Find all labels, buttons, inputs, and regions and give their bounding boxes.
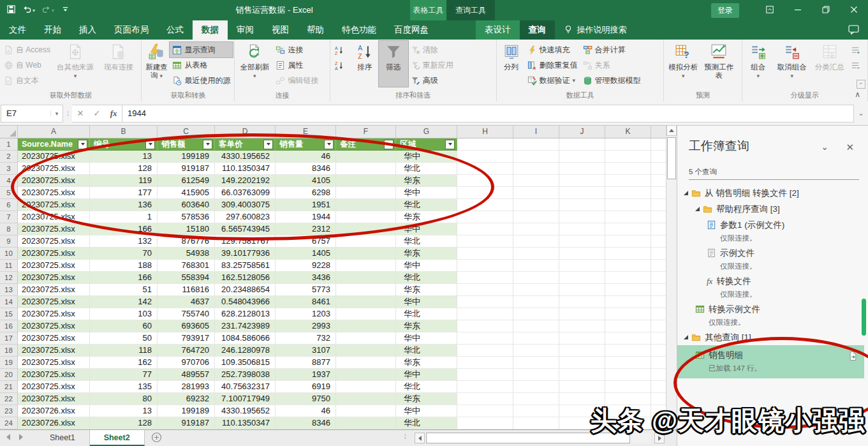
edit-links-button[interactable]: 编辑链接 [273, 73, 321, 88]
table-header-cell[interactable]: 编号 [90, 138, 158, 151]
cell[interactable] [336, 187, 396, 199]
panel-close-icon[interactable]: ✕ [846, 142, 854, 153]
table-header-cell[interactable]: 客单价 [215, 138, 276, 151]
cell[interactable]: 119 [90, 175, 158, 187]
row-number[interactable]: 7 [0, 211, 18, 223]
cell[interactable] [336, 199, 396, 211]
from-text-button[interactable]: 自文本 [1, 73, 53, 88]
cell[interactable]: 83.25758561 [215, 260, 276, 272]
sort-button[interactable]: AZ排序 [351, 41, 379, 87]
cell[interactable]: 20230725.xlsx [18, 272, 90, 284]
cell[interactable] [457, 235, 513, 248]
cell[interactable]: 142 [90, 296, 158, 308]
cell[interactable]: 162.5128056 [215, 272, 276, 284]
cell[interactable]: 20230725.xlsx [18, 187, 90, 199]
from-access-button[interactable]: A自 Access [1, 42, 53, 57]
tab-query[interactable]: 查询 [520, 20, 555, 40]
reapply-filter-button[interactable]: 重新应用 [408, 57, 456, 73]
query-item[interactable]: fx转换文件仅限连接。 [677, 273, 868, 301]
ribbon-tab[interactable]: 特色功能 [333, 20, 385, 40]
cell[interactable] [336, 369, 396, 381]
cell[interactable] [457, 199, 513, 211]
cell[interactable]: 116816 [158, 284, 215, 296]
cell[interactable] [605, 308, 651, 320]
cell[interactable]: 20230725.xlsx [18, 357, 90, 369]
cell[interactable]: 578536 [158, 211, 215, 223]
cell[interactable]: 20230725.xlsx [18, 393, 90, 405]
cell[interactable]: 13 [90, 151, 158, 163]
cell[interactable] [605, 272, 651, 284]
prev-sheet-icon[interactable] [6, 434, 10, 440]
ribbon-tab[interactable]: 开始 [35, 20, 70, 40]
row-number[interactable]: 13 [0, 284, 18, 296]
cell[interactable] [336, 235, 396, 248]
filter-dropdown-icon[interactable] [263, 140, 273, 149]
cell[interactable]: 66.03763099 [215, 187, 276, 199]
tell-me-search[interactable]: 操作说明搜索 [555, 20, 636, 40]
filter-dropdown-icon[interactable] [145, 140, 155, 149]
row-number[interactable]: 17 [0, 332, 18, 345]
cell[interactable]: 2312 [276, 223, 336, 235]
cell[interactable]: 46 [276, 151, 336, 163]
row-number[interactable]: 3 [0, 163, 18, 175]
sign-in-button[interactable]: 登录 [711, 3, 739, 18]
table-header-cell[interactable]: 销售额 [158, 138, 215, 151]
cell[interactable] [457, 175, 513, 187]
cell[interactable]: 20230725.xlsx [18, 199, 90, 211]
from-table-button[interactable]: 从表格 [170, 57, 233, 73]
cell[interactable] [336, 296, 396, 308]
cell[interactable]: 20230725.xlsx [18, 151, 90, 163]
filter-dropdown-icon[interactable] [324, 140, 334, 149]
cell[interactable]: 1084.586066 [215, 332, 276, 345]
cell[interactable]: 199189 [158, 151, 215, 163]
cell[interactable] [336, 417, 396, 429]
comment-icon[interactable] [848, 25, 859, 37]
cell[interactable]: 20230725.xlsx [18, 332, 90, 345]
cell[interactable]: 46 [276, 405, 336, 417]
next-sheet-icon[interactable] [19, 434, 23, 440]
cell[interactable]: 109.3506815 [215, 357, 276, 369]
confirm-entry-icon[interactable]: ✓ [89, 108, 105, 118]
query-item[interactable]: 销售明细已加载 147 行。 [677, 345, 864, 378]
cell[interactable] [457, 248, 513, 260]
cell[interactable] [559, 260, 605, 272]
cell[interactable]: 5773 [276, 284, 336, 296]
column-header[interactable]: J [559, 125, 605, 138]
row-number[interactable]: 24 [0, 417, 18, 429]
column-header[interactable]: F [336, 125, 396, 138]
cell[interactable] [457, 417, 513, 429]
cell[interactable] [559, 296, 605, 308]
from-web-button[interactable]: 自 Web [1, 57, 53, 73]
cell[interactable] [336, 163, 396, 175]
cell[interactable]: 50 [90, 332, 158, 345]
cell[interactable] [513, 417, 559, 429]
cell[interactable] [559, 223, 605, 235]
panel-options-icon[interactable]: ⌄ [821, 142, 828, 152]
cell[interactable]: 20230725.xlsx [18, 211, 90, 223]
cell[interactable] [513, 284, 559, 296]
cell[interactable]: 20230725.xlsx [18, 308, 90, 320]
cell[interactable] [457, 138, 513, 151]
cell[interactable] [559, 248, 605, 260]
column-header[interactable]: E [276, 125, 336, 138]
row-number[interactable]: 4 [0, 175, 18, 187]
show-queries-button[interactable]: 显示查询 [170, 42, 233, 57]
customize-qat-button[interactable] [61, 4, 70, 17]
connections-button[interactable]: 连接 [273, 42, 321, 57]
sort-descending-button[interactable]: ZA [332, 57, 351, 73]
cell[interactable]: 118 [90, 345, 158, 357]
row-number[interactable]: 8 [0, 223, 18, 235]
expander-icon[interactable] [695, 207, 700, 211]
row-number[interactable]: 19 [0, 357, 18, 369]
scroll-up-icon[interactable] [666, 125, 677, 136]
cell[interactable] [559, 381, 605, 393]
hide-detail-button[interactable]: − [848, 57, 864, 73]
cell[interactable]: 231.7423989 [215, 320, 276, 332]
undo-dropdown[interactable]: ▾ [33, 8, 35, 13]
cell[interactable]: 7.100717949 [215, 393, 276, 405]
cell[interactable] [336, 211, 396, 223]
cell[interactable]: 20230725.xlsx [18, 175, 90, 187]
cell[interactable]: 1405 [276, 248, 336, 260]
ribbon-tab[interactable]: 数据 [193, 20, 228, 40]
query-item[interactable]: 示例文件仅限连接。 [677, 245, 868, 273]
